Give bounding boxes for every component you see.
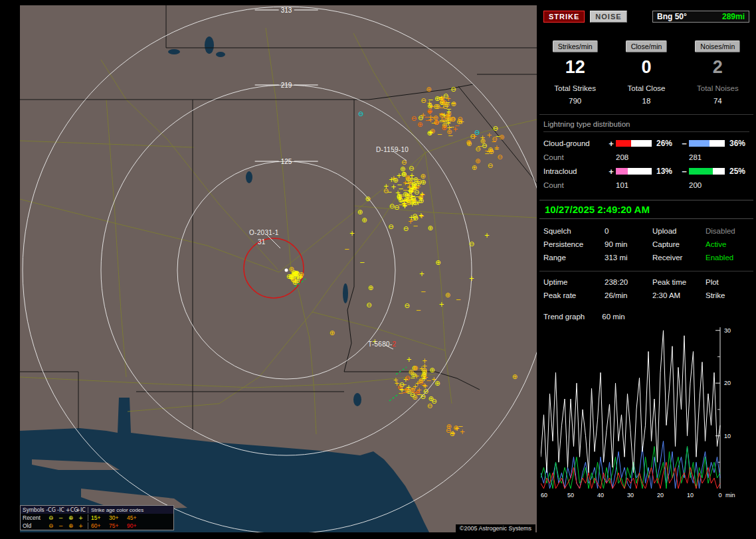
stats-columns: Strikes/min12Total Strikes790Close/min0T… [539,40,753,105]
grid-value: 0 [605,227,652,235]
distribution-title: Lightning type distribution [543,120,749,132]
trend-graph-header: Trend graph 60 min [543,313,749,321]
grid-value: 26/min [605,291,652,299]
y-tick-label: 30 [724,327,731,334]
grid-label: Uptime [543,278,605,286]
y-tick-label: 20 [724,380,731,386]
trend-series-strikes [541,331,720,473]
distribution-bar [616,140,652,147]
bearing-range-value: 289mi [722,12,745,21]
grid-value: 313 mi [605,254,652,262]
x-axis-unit: min [725,492,735,499]
roads [20,28,537,434]
settings-grid: Squelch0UploadDisabledPersistence90 minC… [543,227,749,262]
distribution-rows: Cloud-ground+26%−36%Count208281Intraclou… [543,136,749,192]
rate-header-button[interactable]: Strikes/min [553,40,598,52]
rate-value: 12 [539,57,611,78]
stat-column: Noises/min2Total Noises74 [682,40,753,105]
map-geography [20,5,537,532]
copyright-label: ©2005 Astrogenic Systems [456,524,535,532]
rate-header-button[interactable]: Close/min [626,40,668,52]
grid-value: 90 min [605,240,652,248]
distribution-count-row: Count101200 [543,179,749,192]
grid-label: 2:30 AM [652,291,706,299]
rate-value: 0 [611,57,682,78]
uptime-grid: Uptime238:20Peak timePlotPeak rate26/min… [543,278,749,299]
map-canvas[interactable]: +⊕++−−−⊕−⊕⊖⊕⊕⊖−+⊖⊕⊖⊕⊖+⊕−−−+⊕⊕⊕⊕++⊕+⊖⊕−−+… [20,5,537,532]
strike-indicator-button[interactable]: STRIKE [543,11,585,23]
total-label: Total Close [611,84,682,92]
y-tick-label: 10 [724,433,731,439]
total-label: Total Strikes [539,84,611,92]
grid-label: Receiver [652,254,706,262]
trend-graph: 1020306050403020100min [541,327,748,501]
x-tick-label: 0 [718,492,721,499]
grid-label: Capture [652,240,706,248]
divider [539,114,753,115]
total-value: 18 [611,97,682,105]
distribution-row: Intracloud+13%−25% [543,164,749,179]
grid-label: Peak rate [543,291,605,299]
total-value: 74 [682,97,753,105]
total-value: 790 [539,97,611,105]
grid-value: Plot [706,278,749,286]
x-tick-label: 40 [597,492,604,499]
legend-row: Recent⊖−⊕+15+30+45+ [21,514,173,522]
grid-label: Squelch [543,227,605,235]
state-borders [20,5,537,431]
distribution-count-row: Count208281 [543,151,749,164]
lightning-tracker-app: { "copyright": "©2005 Astrogenic Systems… [0,0,756,539]
trend-graph-label: Trend graph [543,313,585,321]
grid-value: Active [706,240,749,248]
trend-window-value: 60 min [602,313,625,321]
indicator-bar: STRIKE NOISE Bng 50° 289mi [543,11,749,23]
x-tick-label: 10 [687,492,694,499]
stat-column: Strikes/min12Total Strikes790 [539,40,611,105]
grid-label: Range [543,254,605,262]
noise-indicator-button[interactable]: NOISE [590,11,626,23]
distribution-bar [689,140,725,147]
legend-row: Old⊖−⊕+60+75+90+ [21,522,173,530]
datetime-display: 10/27/2025 2:49:20 AM [539,200,753,219]
distribution-row: Cloud-ground+26%−36% [543,136,749,151]
divider [539,271,753,271]
total-label: Total Noises [682,84,753,92]
grid-value: Strike [706,291,749,299]
bearing-display: Bng 50° 289mi [652,11,749,23]
map-legend: Symbols-CG-IC+CG+ICStrike age color code… [20,505,174,530]
x-tick-label: 30 [627,492,634,499]
status-panel: STRIKE NOISE Bng 50° 289mi Strikes/min12… [539,5,753,534]
distribution-bar [616,168,652,175]
grid-value: 238:20 [605,278,652,286]
x-tick-label: 20 [657,492,664,499]
grid-value: Enabled [706,254,749,262]
stat-column: Close/min0Total Close18 [611,40,682,105]
water-shapes [20,37,429,532]
bearing-label: Bng 50° [657,12,687,21]
rate-header-button[interactable]: Noises/min [695,40,740,52]
rate-value: 2 [682,57,753,78]
distribution-bar [689,168,725,175]
legend-row: Symbols-CG-IC+CG+ICStrike age color code… [21,506,173,514]
grid-value: Disabled [706,227,749,235]
x-tick-label: 50 [567,492,574,499]
x-tick-label: 60 [541,492,547,499]
grid-label: Upload [652,227,706,235]
grid-label: Persistence [543,240,605,248]
grid-label: Peak time [652,278,706,286]
